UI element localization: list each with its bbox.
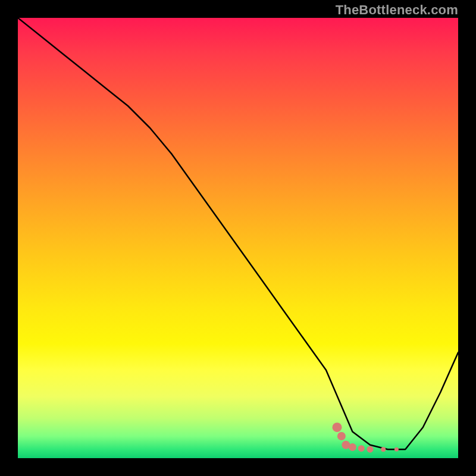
marker-dot (349, 443, 356, 451)
marker-dot (381, 447, 386, 452)
watermark-text: TheBottleneck.com (336, 2, 458, 18)
marker-dot (337, 432, 346, 440)
marker-dot (333, 422, 342, 432)
bottleneck-curve (18, 18, 458, 458)
marker-dot (394, 447, 399, 452)
chart-frame: TheBottleneck.com (0, 0, 476, 476)
plot-area (18, 18, 458, 458)
marker-dot (367, 446, 374, 453)
marker-dot (358, 445, 365, 452)
